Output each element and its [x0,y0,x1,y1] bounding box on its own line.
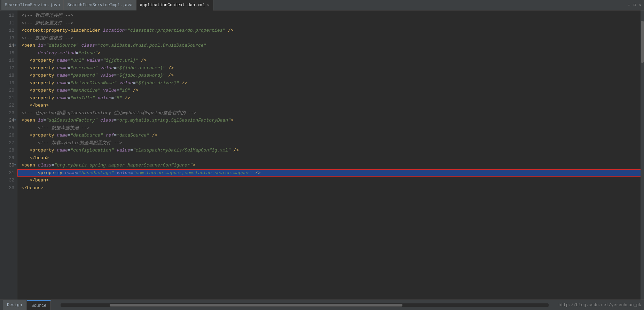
code-line-17: <property name="username" value="${jdbc.… [17,64,644,72]
scrollbar-thumb[interactable] [641,21,644,63]
bottom-bar: Design Source http://blog.csdn.net/yeren… [0,300,644,310]
tab-searchitemservice[interactable]: SearchItemService.java [1,0,64,10]
line-number-21: 21 [4,94,14,102]
line-number-13: 13 [4,34,14,42]
line-number-23: 23 [4,109,14,117]
line-number-14: 14 [4,42,14,49]
line-number-31: 31 [4,169,14,177]
line-numbers: 1011121314151617181920212223242526272829… [0,10,17,300]
line-number-16: 16 [4,57,14,64]
bottom-tabs: Design Source [3,300,51,310]
line-number-19: 19 [4,79,14,87]
code-line-12: <context:property-placeholder location="… [17,27,644,34]
tab-label-1: SearchItemService.java [5,3,60,8]
tab-source[interactable]: Source [27,300,51,310]
code-line-23: <!-- 让spring管理sqlsessionfactory 使用mybati… [17,109,644,117]
code-line-32: </bean> [17,177,644,184]
tab-bar: SearchItemService.java SearchItemService… [0,0,644,10]
window-controls: ▭ □ ✕ [627,3,644,8]
tab-design[interactable]: Design [3,300,26,310]
horizontal-scrollbar[interactable] [61,303,549,307]
line-number-27: 27 [4,139,14,147]
line-number-18: 18 [4,72,14,79]
close-window-icon[interactable]: ✕ [638,3,643,8]
code-line-10: <!-- 数据库连接把 --> [17,12,644,20]
line-number-25: 25 [4,124,14,132]
line-number-26: 26 [4,132,14,139]
code-line-18: <property name="password" value="${jdbc.… [17,72,644,79]
line-number-22: 22 [4,102,14,109]
line-number-32: 32 [4,177,14,184]
line-number-20: 20 [4,87,14,94]
tab-searchitemserviceimpl[interactable]: SearchItemServiceImpl.java [64,0,136,10]
code-content[interactable]: <!-- 数据库连接把 --><!-- 加载配置文件 --><context:p… [17,10,644,300]
code-line-25: <!-- 数据库连接池 --> [17,124,644,132]
line-number-28: 28 [4,147,14,154]
scrollbar-vertical[interactable] [641,10,644,300]
code-line-33: </beans> [17,184,644,192]
line-number-10: 10 [4,12,14,20]
horizontal-scrollbar-thumb[interactable] [110,304,402,307]
code-line-24: <bean id="sqlSessionFactory" class="org.… [17,117,644,124]
code-line-26: <property name="dataSource" ref="dataSou… [17,132,644,139]
code-line-11: <!-- 加载配置文件 --> [17,20,644,27]
tab-close-icon[interactable]: ✕ [207,3,210,7]
line-number-24: 24 [4,117,14,124]
tab-applicationcontext-dao[interactable]: applicationContext-dao.xml ✕ [136,0,213,10]
code-line-21: <property name="minIdle" value="5" /> [17,94,644,102]
code-line-29: </bean> [17,154,644,162]
line-number-30: 30 [4,162,14,169]
code-line-13: <!-- 数据库连接池 --> [17,34,644,42]
code-line-14: <bean id="dataSource" class="com.alibaba… [17,42,644,49]
minimize-icon[interactable]: ▭ [627,3,631,8]
line-number-33: 33 [4,184,14,192]
code-line-31: <property name="basePackage" value="com.… [17,169,644,177]
line-number-15: 15 [4,49,14,57]
line-number-17: 17 [4,64,14,72]
editor-area: 1011121314151617181920212223242526272829… [0,10,644,300]
code-line-20: <property name="maxActive" value="10" /> [17,87,644,94]
code-line-19: <property name="driverClassName" value="… [17,79,644,87]
code-line-15: destroy-method="close"> [17,49,644,57]
code-line-22: </bean> [17,102,644,109]
code-line-16: <property name="url" value="${jdbc.url}"… [17,57,644,64]
line-number-29: 29 [4,154,14,162]
line-number-11: 11 [4,20,14,27]
tab-label-3: applicationContext-dao.xml [140,3,205,8]
tab-label-2: SearchItemServiceImpl.java [67,3,132,8]
maximize-icon[interactable]: □ [632,3,637,8]
line-number-12: 12 [4,27,14,34]
code-line-30: <bean class="org.mybatis.spring.mapper.M… [17,162,644,169]
code-line-28: <property name="configLocation" value="c… [17,147,644,154]
status-url: http://blog.csdn.net/yerenhuan_pk [558,303,641,308]
code-line-27: <!-- 加载mybatis的全局配置文件 --> [17,139,644,147]
